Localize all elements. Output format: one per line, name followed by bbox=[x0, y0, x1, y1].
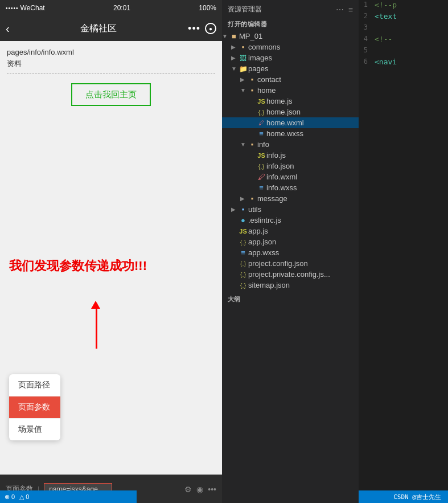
contact-label: contact bbox=[257, 75, 281, 84]
explorer-header: 资源管理器 ⋯ ≡ bbox=[222, 2, 359, 18]
tree-item-app-json[interactable]: ▶ {.} app.json bbox=[222, 236, 359, 247]
tree-item-app-wxss[interactable]: ▶ ≡ app.wxss bbox=[222, 247, 359, 258]
tree-item-home-wxml[interactable]: ▶ 🖊 home.wxml bbox=[222, 117, 359, 128]
explorer-icon-1[interactable]: ⋯ bbox=[336, 5, 344, 14]
wechat-simulator: ••••• WeChat 20:01 100% ‹ 金橘社区 ••• ● pag… bbox=[0, 0, 222, 503]
tree-item-eslint[interactable]: ▶ ● .eslintrc.js bbox=[222, 215, 359, 226]
project-private-label: project.private.config.js... bbox=[248, 270, 330, 279]
images-folder-icon: 🖼 bbox=[238, 54, 248, 62]
info-arrow: ▼ bbox=[240, 141, 247, 148]
app-json-icon: {.} bbox=[238, 239, 248, 246]
tree-item-home[interactable]: ▼ ▪ home bbox=[222, 85, 359, 96]
dashed-divider bbox=[7, 73, 215, 74]
info-folder-icon: ▪ bbox=[247, 140, 257, 149]
tree-item-commons[interactable]: ▶ ▪ commons bbox=[222, 42, 359, 52]
home-wxml-label: home.wxml bbox=[266, 118, 304, 127]
commons-arrow: ▶ bbox=[231, 44, 238, 50]
tree-item-info[interactable]: ▼ ▪ info bbox=[222, 139, 359, 150]
tree-item-info-json[interactable]: ▶ {.} info.json bbox=[222, 161, 359, 171]
commons-label: commons bbox=[248, 43, 280, 51]
app-wxss-icon: ≡ bbox=[238, 248, 248, 257]
tree-item-project-private[interactable]: ▶ {.} project.private.config.js... bbox=[222, 269, 359, 280]
tree-item-info-wxss[interactable]: ▶ ≡ info.wxss bbox=[222, 182, 359, 193]
message-label: message bbox=[257, 194, 287, 203]
info-js-label: info.js bbox=[266, 151, 286, 160]
code-content-2: <text bbox=[375, 12, 397, 21]
tree-item-info-wxml[interactable]: ▶ 🖊 info.wxml bbox=[222, 171, 359, 182]
tree-item-sitemap[interactable]: ▶ {.} sitemap.json bbox=[222, 280, 359, 291]
pages-arrow: ▼ bbox=[231, 66, 238, 72]
info-js-icon: JS bbox=[256, 152, 266, 159]
explorer-header-icons: ⋯ ≡ bbox=[336, 5, 353, 14]
info-wxss-label: info.wxss bbox=[266, 183, 297, 192]
home-js-label: home.js bbox=[266, 97, 293, 105]
project-private-icon: {.} bbox=[238, 271, 248, 278]
tree-root-mp01[interactable]: ▼ ■ MP_01 bbox=[222, 31, 359, 42]
popup-item-params[interactable]: 页面参数 bbox=[9, 396, 60, 419]
line-num-6: 6 bbox=[359, 58, 375, 66]
explorer-icon-2[interactable]: ≡ bbox=[348, 5, 353, 14]
tree-item-utils[interactable]: ▶ ▪ utils bbox=[222, 204, 359, 215]
sitemap-label: sitemap.json bbox=[248, 281, 290, 289]
message-folder-icon: ▪ bbox=[247, 194, 257, 203]
page-path-text: pages/info/info.wxml bbox=[7, 48, 215, 56]
home-label: home bbox=[257, 86, 276, 95]
more-icon[interactable]: ••• bbox=[208, 485, 216, 494]
carrier-label: WeChat bbox=[20, 4, 45, 12]
tree-item-info-js[interactable]: ▶ JS info.js bbox=[222, 150, 359, 161]
info-wxml-icon: 🖊 bbox=[256, 173, 266, 181]
arrow-line bbox=[96, 303, 97, 349]
status-left: ••••• WeChat bbox=[6, 4, 45, 12]
line-num-3: 3 bbox=[359, 23, 375, 31]
popup-item-scene[interactable]: 场景值 bbox=[9, 419, 60, 440]
nav-record-button[interactable]: ● bbox=[205, 23, 216, 34]
root-label: MP_01 bbox=[239, 32, 262, 40]
contact-arrow: ▶ bbox=[240, 76, 247, 83]
info-json-icon: {.} bbox=[256, 163, 266, 170]
info-wxss-icon: ≡ bbox=[256, 183, 266, 192]
utils-folder-icon: ▪ bbox=[238, 205, 248, 214]
bottom-icons: ⚙ ◉ ••• bbox=[184, 485, 216, 494]
back-button[interactable]: ‹ bbox=[6, 22, 10, 35]
home-json-icon: {.} bbox=[256, 109, 266, 116]
code-line-1: 1 <!--p bbox=[359, 0, 448, 11]
eslint-label: .eslintrc.js bbox=[248, 216, 281, 224]
tree-item-home-wxss[interactable]: ▶ ≡ home.wxss bbox=[222, 128, 359, 139]
code-line-6: 6 <navi bbox=[359, 57, 448, 68]
home-folder-icon: ▪ bbox=[247, 86, 257, 95]
pages-label: pages bbox=[248, 64, 268, 73]
battery-display: 100% bbox=[199, 4, 216, 12]
info-wxml-label: info.wxml bbox=[266, 173, 297, 181]
code-content-4: <!-- bbox=[375, 35, 392, 43]
wechat-nav-bar: ‹ 金橘社区 ••• ● bbox=[0, 16, 222, 41]
info-label: info bbox=[257, 140, 269, 149]
root-folder-icon: ■ bbox=[229, 32, 239, 40]
tree-item-contact[interactable]: ▶ ▪ contact bbox=[222, 74, 359, 85]
images-arrow: ▶ bbox=[231, 55, 238, 61]
message-arrow: ▶ bbox=[240, 195, 247, 202]
app-js-label: app.js bbox=[248, 227, 268, 235]
contact-folder-icon: ▪ bbox=[247, 75, 257, 84]
nav-more-button[interactable]: ••• bbox=[188, 23, 200, 35]
explorer-title: 资源管理器 bbox=[228, 5, 262, 14]
tree-item-pages[interactable]: ▼ 📁 pages bbox=[222, 63, 359, 74]
preview-icon[interactable]: ◉ bbox=[196, 485, 203, 494]
line-num-5: 5 bbox=[359, 46, 375, 54]
code-content-1: <!--p bbox=[375, 1, 397, 9]
settings-icon[interactable]: ⚙ bbox=[184, 485, 192, 494]
tree-item-app-js[interactable]: ▶ JS app.js bbox=[222, 226, 359, 236]
pages-folder-icon: 📁 bbox=[238, 65, 248, 73]
popup-item-path[interactable]: 页面路径 bbox=[9, 374, 60, 396]
code-content-6: <navi bbox=[375, 58, 397, 66]
home-wxml-icon: 🖊 bbox=[256, 120, 266, 126]
tree-item-project-config[interactable]: ▶ {.} project.config.json bbox=[222, 258, 359, 269]
tree-item-home-js[interactable]: ▶ JS home.js bbox=[222, 96, 359, 107]
tree-item-images[interactable]: ▶ 🖼 images bbox=[222, 52, 359, 63]
images-label: images bbox=[248, 54, 272, 62]
open-editors-label: 打开的编辑器 bbox=[222, 18, 359, 31]
commons-folder-icon: ▪ bbox=[238, 43, 248, 51]
home-button[interactable]: 点击我回主页 bbox=[71, 83, 151, 106]
tree-item-message[interactable]: ▶ ▪ message bbox=[222, 193, 359, 204]
tree-item-home-json[interactable]: ▶ {.} home.json bbox=[222, 107, 359, 117]
app-js-icon: JS bbox=[238, 228, 248, 235]
